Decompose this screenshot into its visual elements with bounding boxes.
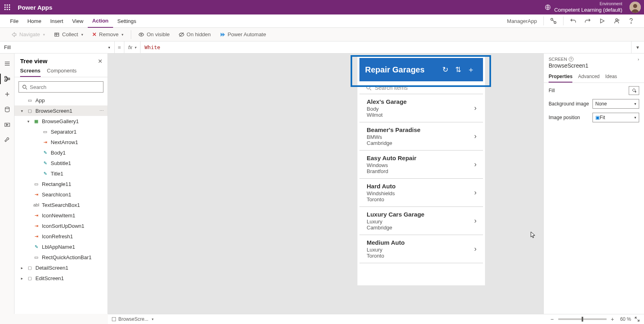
- menu-file[interactable]: File: [6, 14, 23, 28]
- chevron-right-icon[interactable]: ›: [474, 160, 477, 169]
- tree-node[interactable]: ✎Subtitle1: [14, 158, 107, 168]
- app-launcher-icon[interactable]: [3, 3, 11, 11]
- tree-node-app[interactable]: ▭App: [14, 95, 107, 105]
- tree-title: Tree view: [20, 58, 47, 64]
- menu-action[interactable]: Action: [88, 14, 113, 28]
- app-name[interactable]: ManagerApp: [507, 18, 537, 24]
- gallery-item[interactable]: Hard AutoWindshieldsToronto›: [359, 179, 483, 207]
- item-body: Brantford: [367, 168, 474, 174]
- undo-icon[interactable]: [566, 14, 580, 28]
- tree-node-browsescreen[interactable]: ▾▢BrowseScreen1⋯: [14, 105, 107, 116]
- tree-search-input[interactable]: [30, 84, 100, 90]
- environment-icon: [545, 4, 551, 10]
- chevron-right-icon[interactable]: ›: [474, 188, 477, 197]
- tab-screens[interactable]: Screens: [20, 68, 41, 77]
- help-icon[interactable]: [624, 14, 638, 28]
- user-avatar[interactable]: [630, 2, 641, 13]
- navigate-button: Navigate▾: [7, 29, 49, 40]
- share-icon[interactable]: [609, 14, 624, 28]
- formula-expand-icon[interactable]: ▾: [631, 41, 644, 54]
- tree-node[interactable]: ablTextSearchBox1: [14, 200, 107, 210]
- ptab-properties[interactable]: Properties: [549, 71, 572, 83]
- chevron-right-icon[interactable]: ›: [474, 217, 477, 225]
- control-name: BrowseScreen1: [544, 62, 644, 71]
- tree-close-icon[interactable]: ✕: [98, 58, 103, 64]
- zoom-out-button[interactable]: −: [548, 316, 557, 322]
- rail-insert-icon[interactable]: [0, 87, 14, 102]
- item-body: Toronto: [367, 196, 474, 202]
- chevron-right-icon[interactable]: ›: [474, 132, 477, 140]
- connect-icon[interactable]: [546, 14, 561, 28]
- property-dropdown[interactable]: Fill▾: [0, 41, 115, 54]
- app-preview[interactable]: Repair Garages ↻ ⇅ ＋ Search items Alex's…: [357, 56, 485, 285]
- gallery-item[interactable]: Alex's GarageBodyWilmot›: [359, 94, 483, 122]
- on-hidden-button[interactable]: On hidden: [175, 29, 215, 40]
- gallery-list: Alex's GarageBodyWilmot›Beamer's Paradis…: [359, 94, 483, 263]
- svg-rect-8: [9, 9, 10, 10]
- ptab-advanced[interactable]: Advanced: [578, 71, 599, 83]
- fit-to-screen-icon[interactable]: [634, 316, 640, 322]
- tree-node[interactable]: ⇥NextArrow1: [14, 137, 107, 147]
- tree-node[interactable]: ⇥IconSortUpDown1: [14, 221, 107, 231]
- menu-insert[interactable]: Insert: [46, 14, 68, 28]
- chevron-right-icon[interactable]: ›: [474, 104, 477, 112]
- preview-icon[interactable]: [595, 14, 609, 28]
- tree-node-detailscreen[interactable]: ▸▢DetailScreen1: [14, 262, 107, 273]
- gallery-item[interactable]: Easy Auto RepairWindowsBrantford›: [359, 151, 483, 179]
- environment-value: Competent Learning (default): [554, 7, 622, 13]
- tree-node-more-icon[interactable]: ⋯: [99, 108, 104, 114]
- top-bar: Power Apps Environment Competent Learnin…: [0, 0, 644, 14]
- formula-input[interactable]: White: [140, 44, 631, 50]
- svg-rect-18: [5, 76, 6, 78]
- rail-media-icon[interactable]: [0, 117, 14, 132]
- environment-picker[interactable]: Environment Competent Learning (default): [554, 2, 622, 13]
- menu-settings[interactable]: Settings: [113, 14, 141, 28]
- canvas-area[interactable]: Repair Garages ↻ ⇅ ＋ Search items Alex's…: [108, 54, 543, 314]
- tree-node-editscreen[interactable]: ▸▢EditScreen1: [14, 273, 107, 283]
- on-visible-button[interactable]: On visible: [134, 29, 173, 40]
- chevron-right-icon[interactable]: ›: [474, 245, 477, 253]
- tree-node[interactable]: ✎Title1: [14, 168, 107, 179]
- tree-node-gallery[interactable]: ▾▦BrowseGallery1: [14, 116, 107, 126]
- menu-home[interactable]: Home: [23, 14, 46, 28]
- tree-search[interactable]: [19, 81, 103, 93]
- tree-node[interactable]: ▭Separator1: [14, 126, 107, 137]
- rail-tree-icon[interactable]: [0, 71, 14, 87]
- item-subtitle: Luxury: [367, 247, 474, 253]
- rail-hamburger-icon[interactable]: [0, 56, 14, 71]
- breadcrumb[interactable]: BrowseScre... ▾: [112, 316, 154, 322]
- tree-node[interactable]: ▭RectQuickActionBar1: [14, 252, 107, 262]
- svg-rect-0: [4, 4, 6, 6]
- zoom-in-button[interactable]: +: [608, 316, 617, 322]
- power-automate-button[interactable]: Power Automate: [216, 29, 270, 40]
- redo-icon[interactable]: [580, 14, 595, 28]
- gallery-item[interactable]: Beamer's ParadiseBMWsCambridge›: [359, 122, 483, 151]
- gallery-item[interactable]: Luxury Cars GarageLuxuryCambridge›: [359, 207, 483, 235]
- tree-node[interactable]: ⇥SearchIcon1: [14, 189, 107, 200]
- tree-node[interactable]: ✎Body1: [14, 147, 107, 158]
- prop-bgimg-dropdown[interactable]: None▾: [592, 99, 639, 109]
- zoom-slider[interactable]: [558, 318, 607, 320]
- fx-button[interactable]: fx▾: [124, 41, 140, 54]
- panel-collapse-icon[interactable]: ›: [638, 57, 639, 62]
- gallery-item[interactable]: Medium AutoLuxuryToronto›: [359, 235, 483, 263]
- item-body: Cambridge: [367, 140, 474, 146]
- rail-tools-icon[interactable]: [0, 132, 14, 148]
- remove-button[interactable]: ✕ Remove▾: [88, 29, 128, 40]
- tree-node[interactable]: ✎LblAppName1: [14, 241, 107, 252]
- tab-components[interactable]: Components: [47, 68, 77, 77]
- tree-node[interactable]: ⇥IconNewItem1: [14, 210, 107, 221]
- svg-point-25: [635, 91, 636, 92]
- svg-rect-4: [7, 7, 8, 8]
- tree-node[interactable]: ⇥IconRefresh1: [14, 231, 107, 241]
- item-title: Medium Auto: [367, 239, 474, 246]
- environment-label: Environment: [554, 2, 622, 6]
- prop-imgpos-dropdown[interactable]: ▣ Fit▾: [592, 113, 639, 122]
- rail-data-icon[interactable]: [0, 102, 14, 117]
- prop-fill-swatch[interactable]: [629, 86, 639, 95]
- menu-view[interactable]: View: [68, 14, 88, 28]
- collect-button[interactable]: Collect▾: [50, 29, 87, 40]
- info-icon[interactable]: ?: [569, 57, 574, 62]
- tree-node[interactable]: ▭Rectangle11: [14, 179, 107, 189]
- ptab-ideas[interactable]: Ideas: [605, 71, 617, 83]
